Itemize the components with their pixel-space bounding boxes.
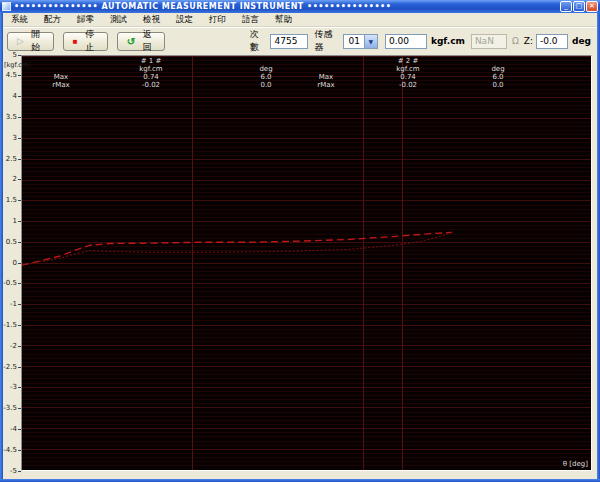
- gridlines: [22, 56, 591, 470]
- play-icon: ▷: [17, 36, 24, 46]
- window-title: ••••••••••••••• AUTOMATIC MEASUREMENT IN…: [14, 2, 560, 11]
- menu-item-3[interactable]: 測試: [102, 13, 135, 26]
- menu-item-6[interactable]: 打印: [201, 13, 234, 26]
- torque-unit-label: kgf.cm: [431, 36, 465, 46]
- stats-g2-unit-angle: deg: [491, 66, 504, 73]
- titlebar: ••••••••••••••• AUTOMATIC MEASUREMENT IN…: [0, 0, 600, 13]
- count-label: 次數: [250, 28, 267, 54]
- z-unit-label: deg: [572, 36, 591, 46]
- y-tick-label: 4: [3, 93, 21, 100]
- z-label: Z:: [524, 36, 533, 46]
- y-tick-label: 1: [3, 218, 21, 225]
- y-tick-label: 5: [3, 52, 21, 59]
- stats-g2-unit-torque: kgf.cm: [396, 66, 419, 73]
- y-tick-label: -3: [3, 384, 21, 391]
- y-tick-label: 0: [3, 260, 21, 267]
- y-tick-label: -5: [3, 468, 21, 475]
- menubar: 系統配方歸零測試檢視設定打印語言幫助: [3, 13, 597, 27]
- back-button-label: 返回: [139, 28, 155, 54]
- curve-torque-return: [22, 232, 452, 265]
- stats-g2-title: # 2 #: [398, 58, 419, 65]
- sensor-label: 传感器: [314, 28, 339, 54]
- chart-panel: [kgf.cm] 54.543.532.521.510.50-0.5-1-1.5…: [3, 54, 597, 479]
- plot-area: # 1 # # 2 # kgf.cm deg kgf.cm deg Max 0.…: [21, 55, 592, 471]
- minimize-button[interactable]: _: [560, 1, 572, 12]
- stop-icon: ■: [73, 37, 78, 46]
- curve-torque-forward: [22, 232, 452, 265]
- stats-g1-rmax-torque: -0.02: [142, 82, 160, 89]
- menu-item-5[interactable]: 設定: [168, 13, 201, 26]
- sensor-selected-value: 01: [344, 35, 363, 48]
- y-tick-label: -4: [3, 426, 21, 433]
- y-tick-label: -1.5: [3, 322, 21, 329]
- y-tick-label: 3.5: [3, 114, 21, 121]
- measurement-chart: [22, 56, 591, 470]
- app-window: ••••••••••••••• AUTOMATIC MEASUREMENT IN…: [0, 0, 600, 482]
- menu-item-8[interactable]: 幫助: [267, 13, 300, 26]
- y-tick-label: 1.5: [3, 197, 21, 204]
- stats-g1-max-label: Max: [54, 74, 68, 81]
- stats-g2-max-torque: 0.74: [400, 74, 416, 81]
- menu-item-2[interactable]: 歸零: [69, 13, 102, 26]
- ohm-symbol: Ω: [512, 36, 519, 46]
- x-axis-unit-label: θ [deg]: [563, 460, 588, 468]
- stats-g1-unit-torque: kgf.cm: [139, 66, 162, 73]
- menu-item-1[interactable]: 配方: [36, 13, 69, 26]
- stats-g1-max-angle: 6.0: [260, 74, 271, 81]
- toolbar: ▷ 開始 ■ 停止 ↺ 返回 次數 传感器 01 ▼ kgf.cm Ω Z: d…: [3, 27, 597, 54]
- stats-g1-max-torque: 0.74: [143, 74, 159, 81]
- torque-readout-field[interactable]: [385, 34, 427, 49]
- stop-button-label: 停止: [82, 28, 98, 54]
- y-axis: 54.543.532.521.510.50-0.5-1-1.5-2-2.5-3-…: [3, 54, 21, 479]
- sensor-select[interactable]: 01 ▼: [343, 34, 377, 49]
- stats-g2-max-angle: 6.0: [492, 74, 503, 81]
- y-tick-label: 0.5: [3, 239, 21, 246]
- stats-g1-title: # 1 #: [141, 58, 162, 65]
- chevron-down-icon[interactable]: ▼: [364, 35, 377, 48]
- y-tick-label: 2: [3, 176, 21, 183]
- start-button-label: 開始: [28, 28, 44, 54]
- window-border-left: [0, 13, 3, 482]
- app-icon: [2, 2, 11, 11]
- y-tick-label: 4.5: [3, 72, 21, 79]
- y-tick-label: 3: [3, 135, 21, 142]
- count-input[interactable]: [270, 34, 308, 49]
- y-tick-label: -1: [3, 301, 21, 308]
- menu-item-7[interactable]: 語言: [234, 13, 267, 26]
- menu-item-4[interactable]: 檢視: [135, 13, 168, 26]
- y-axis-unit-label: [kgf.cm]: [4, 61, 31, 69]
- return-arrow-icon: ↺: [127, 36, 135, 47]
- stats-g2-rmax-angle: 0.0: [492, 82, 503, 89]
- back-button[interactable]: ↺ 返回: [117, 32, 165, 51]
- nan-field: [471, 34, 507, 49]
- y-tick-label: -3.5: [3, 405, 21, 412]
- menu-item-0[interactable]: 系統: [3, 13, 36, 26]
- stats-g2-rmax-label: rMax: [317, 82, 334, 89]
- stats-g1-rmax-label: rMax: [52, 82, 69, 89]
- stats-g1-rmax-angle: 0.0: [260, 82, 271, 89]
- z-angle-field[interactable]: [536, 34, 568, 49]
- stop-button[interactable]: ■ 停止: [63, 32, 108, 51]
- y-tick-label: 2.5: [3, 156, 21, 163]
- close-button[interactable]: ✕: [586, 1, 598, 12]
- stats-g2-rmax-torque: -0.02: [399, 82, 417, 89]
- stats-g1-unit-angle: deg: [259, 66, 272, 73]
- y-tick-label: -0.5: [3, 280, 21, 287]
- start-button[interactable]: ▷ 開始: [7, 32, 54, 51]
- maximize-button[interactable]: □: [573, 1, 585, 12]
- stats-g2-max-label: Max: [319, 74, 333, 81]
- y-tick-label: -2: [3, 343, 21, 350]
- y-tick-label: -2.5: [3, 364, 21, 371]
- y-tick-label: -4.5: [3, 447, 21, 454]
